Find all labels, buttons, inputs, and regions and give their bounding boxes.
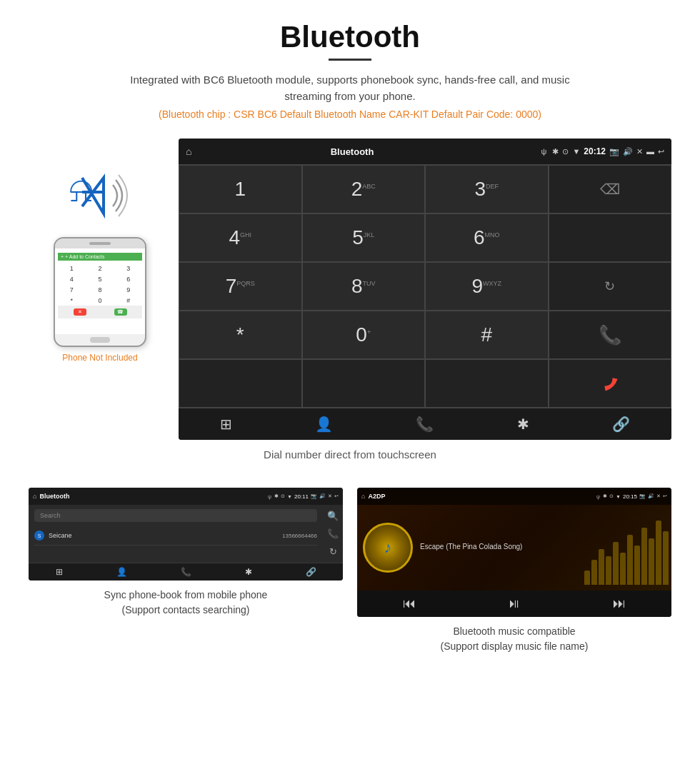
mini-nav-bt[interactable]: ✱ <box>245 567 252 577</box>
phonebook-caption-line2: (Support contacts searching) <box>29 603 343 618</box>
nav-phone-icon[interactable]: 📞 <box>416 416 434 433</box>
dial-key-0[interactable]: 0+ <box>302 311 426 359</box>
mini-home-icon[interactable]: ⌂ <box>33 493 36 500</box>
nav-contacts-icon[interactable]: 👤 <box>315 416 333 433</box>
music-cam-icon: 📷 <box>639 493 646 499</box>
dial-key-6[interactable]: 6MNO <box>425 213 549 262</box>
phone-side: ⍾ ++ Add to Contacts 123 <box>29 139 171 363</box>
phonebook-caption-line1: Sync phone-book from mobile phone <box>29 588 343 603</box>
dial-key-2[interactable]: 2ABC <box>302 165 426 213</box>
music-back-icon[interactable]: ↩ <box>663 493 667 499</box>
phonebook-side-icons: 🔍 📞 ↻ <box>323 505 343 563</box>
dial-delete-cell[interactable]: ⌫ <box>549 165 672 213</box>
dial-key-9[interactable]: 9WXYZ <box>425 262 549 311</box>
music-content: ♪ Escape (The Pina Colada Song) <box>357 505 671 590</box>
phone-screen: ++ Add to Contacts 123 456 789 *0# ✕ ☎ <box>55 248 145 334</box>
mini-status-icons: ✱ ⊙ ▼ 20:11 📷 🔊 ✕ ↩ <box>274 493 339 500</box>
contact-row[interactable]: S Seicane 13566664466 <box>34 526 317 546</box>
nav-bluetooth-icon[interactable]: ✱ <box>517 416 529 433</box>
back-icon[interactable]: ↩ <box>658 147 664 156</box>
phone-home-button[interactable] <box>90 337 110 343</box>
location-icon: ⊙ <box>562 147 569 156</box>
contact-number: 13566664466 <box>282 533 317 539</box>
refresh-side-icon[interactable]: ↻ <box>329 546 337 557</box>
page-specs: (Bluetooth chip : CSR BC6 Default Blueto… <box>0 109 700 120</box>
music-panel: ⌂ A2DP ψ ✱ ⊙ ▼ 20:15 📷 🔊 ✕ ↩ <box>357 488 671 654</box>
mini-close-icon: ✕ <box>328 493 332 499</box>
next-track-button[interactable]: ⏭ <box>613 596 626 611</box>
nav-apps-icon[interactable]: ⊞ <box>220 416 232 433</box>
phone-end-button[interactable]: ✕ <box>74 308 86 316</box>
usb-icon: ψ <box>541 147 547 156</box>
signal-icon: ▼ <box>572 147 580 156</box>
volume-icon: 🔊 <box>623 147 633 156</box>
music-caption: Bluetooth music compatible (Support disp… <box>357 624 671 654</box>
bluetooth-icon-container: ⍾ <box>64 167 136 224</box>
window-icon: ▬ <box>646 147 654 156</box>
bottom-section: ⌂ Bluetooth ψ ✱ ⊙ ▼ 20:11 📷 🔊 ✕ ↩ Sea <box>0 488 700 675</box>
dial-key-8[interactable]: 8TUV <box>302 262 426 311</box>
search-side-icon[interactable]: 🔍 <box>327 511 339 521</box>
mini-nav-link[interactable]: 🔗 <box>306 567 316 577</box>
dialpad-grid: 1 2ABC 3DEF ⌫ 4GHI 5JKL 6MNO 7PQRS 8TUV … <box>179 164 671 408</box>
title-underline <box>329 59 371 61</box>
dial-key-5[interactable]: 5JKL <box>302 213 426 262</box>
page-subtitle: Integrated with BC6 Bluetooth module, su… <box>107 72 593 104</box>
close-icon: ✕ <box>636 147 643 156</box>
eq-bar-1 <box>584 571 590 585</box>
dial-key-hash[interactable]: # <box>425 311 549 359</box>
page-header: Bluetooth Integrated with BC6 Bluetooth … <box>0 0 700 139</box>
dial-label: Dial number direct from touchscreen <box>0 440 700 473</box>
phonebook-content: Search S Seicane 13566664466 🔍 📞 ↻ <box>29 505 343 563</box>
main-content: ⍾ ++ Add to Contacts 123 <box>0 139 700 440</box>
mini-nav-phone[interactable]: 📞 <box>181 567 191 577</box>
mini-cam-icon: 📷 <box>311 493 317 499</box>
play-pause-button[interactable]: ⏯ <box>508 596 521 611</box>
music-vol-icon: 🔊 <box>648 493 654 499</box>
call-side-icon[interactable]: 📞 <box>327 528 339 539</box>
prev-track-button[interactable]: ⏮ <box>403 596 416 611</box>
phone-mockup: ++ Add to Contacts 123 456 789 *0# ✕ ☎ <box>54 237 146 347</box>
dial-call-green-cell[interactable]: 📞 <box>549 311 672 359</box>
music-usb-icon: ψ <box>596 494 600 499</box>
music-home-icon[interactable]: ⌂ <box>361 493 365 500</box>
phone-call-button[interactable]: ☎ <box>114 308 127 316</box>
music-screen: ⌂ A2DP ψ ✱ ⊙ ▼ 20:15 📷 🔊 ✕ ↩ <box>357 488 671 617</box>
music-status-bar: ⌂ A2DP ψ ✱ ⊙ ▼ 20:15 📷 🔊 ✕ ↩ <box>357 488 671 505</box>
status-icons-group: ✱ ⊙ ▼ 20:12 📷 🔊 ✕ ▬ ↩ <box>552 146 664 156</box>
mini-sig-icon: ▼ <box>287 494 292 499</box>
search-bar[interactable]: Search <box>34 509 317 522</box>
mini-nav-contacts[interactable]: 👤 <box>116 567 127 577</box>
contact-list: S Seicane 13566664466 <box>29 526 323 546</box>
music-status-icons: ✱ ⊙ ▼ 20:15 📷 🔊 ✕ ↩ <box>603 493 667 500</box>
eq-bar-6 <box>620 553 626 585</box>
phone-not-included-label: Phone Not Included <box>62 353 137 363</box>
music-loc-icon: ⊙ <box>609 493 614 499</box>
phonebook-panel: ⌂ Bluetooth ψ ✱ ⊙ ▼ 20:11 📷 🔊 ✕ ↩ Sea <box>29 488 343 654</box>
dial-refresh-cell[interactable]: ↻ <box>549 262 672 311</box>
dial-call-red-cell[interactable] <box>549 359 672 408</box>
music-caption-line1: Bluetooth music compatible <box>357 624 671 639</box>
mini-nav-apps[interactable]: ⊞ <box>56 567 63 577</box>
search-placeholder: Search <box>40 512 61 519</box>
phone-dialpad: 123 456 789 *0# <box>58 263 142 306</box>
phonebook-status-bar: ⌂ Bluetooth ψ ✱ ⊙ ▼ 20:11 📷 🔊 ✕ ↩ <box>29 488 343 505</box>
dial-key-1[interactable]: 1 <box>179 165 302 213</box>
car-nav-bar: ⊞ 👤 📞 ✱ 🔗 <box>179 408 671 440</box>
phonebook-nav-bar: ⊞ 👤 📞 ✱ 🔗 <box>29 563 343 581</box>
bluetooth-status-icon: ✱ <box>552 147 559 156</box>
dial-empty-1 <box>549 213 672 262</box>
phone-top-bar <box>55 238 145 248</box>
dial-empty-4 <box>425 359 549 408</box>
phone-bottom-bar: ✕ ☎ <box>58 306 142 318</box>
dial-key-4[interactable]: 4GHI <box>179 213 302 262</box>
nav-link-icon[interactable]: 🔗 <box>612 416 630 433</box>
music-screen-title: A2DP <box>368 493 594 500</box>
eq-bars <box>581 505 671 590</box>
mini-back-icon[interactable]: ↩ <box>334 493 339 499</box>
dial-key-star[interactable]: * <box>179 311 302 359</box>
phone-speaker <box>89 242 111 245</box>
dial-key-3[interactable]: 3DEF <box>425 165 549 213</box>
eq-bar-3 <box>599 549 604 585</box>
dial-key-7[interactable]: 7PQRS <box>179 262 302 311</box>
